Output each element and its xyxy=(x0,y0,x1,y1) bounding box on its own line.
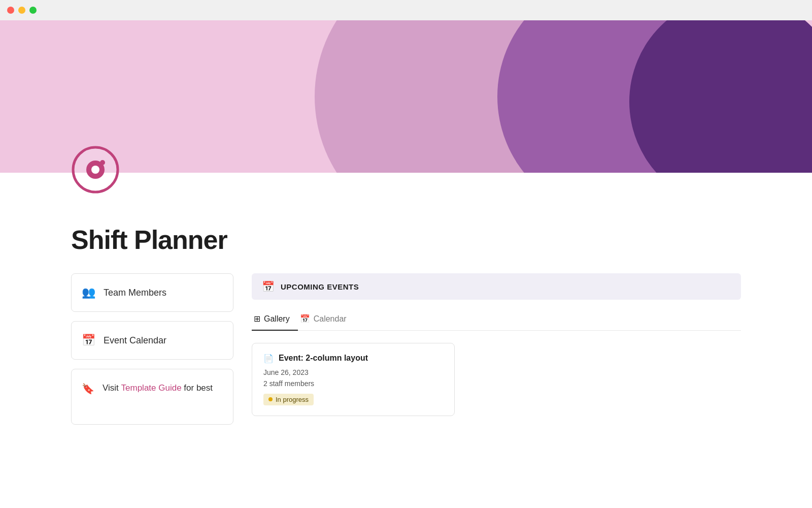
main-content: Shift Planner 👥 Team Members 📅 Event Cal… xyxy=(0,196,812,455)
maximize-button[interactable] xyxy=(29,7,37,14)
upcoming-events-header: 📅 UPCOMING EVENTS xyxy=(252,273,741,300)
page-title: Shift Planner xyxy=(71,225,741,255)
page-icon xyxy=(71,145,120,194)
guide-card-text: Visit Template Guide for best xyxy=(103,382,213,395)
tab-calendar[interactable]: 📅 Calendar xyxy=(298,310,355,331)
titlebar xyxy=(0,0,812,20)
close-button[interactable] xyxy=(7,7,14,14)
page-icon-area xyxy=(71,145,120,196)
event-card[interactable]: 📄 Event: 2-column layout June 26, 2023 2… xyxy=(252,343,455,416)
gallery-tab-label: Gallery xyxy=(264,314,290,324)
bookmark-icon: 🔖 xyxy=(82,383,94,395)
upcoming-events-title: UPCOMING EVENTS xyxy=(281,282,359,291)
svg-point-4 xyxy=(100,160,105,165)
gallery-tab-icon: ⊞ xyxy=(254,314,260,324)
event-calendar-label: Event Calendar xyxy=(104,335,166,346)
left-column: 👥 Team Members 📅 Event Calendar 🔖 Visit … xyxy=(71,273,233,425)
event-card-title-row: 📄 Event: 2-column layout xyxy=(263,354,443,363)
calendar-tab-label: Calendar xyxy=(314,314,347,324)
event-staff: 2 staff members xyxy=(263,379,443,388)
view-tabs: ⊞ Gallery 📅 Calendar xyxy=(252,310,741,331)
team-members-icon: 👥 xyxy=(82,286,95,299)
team-members-card[interactable]: 👥 Team Members xyxy=(71,273,233,312)
team-members-label: Team Members xyxy=(104,288,166,298)
event-calendar-icon: 📅 xyxy=(82,334,95,347)
upcoming-events-icon: 📅 xyxy=(262,280,275,293)
guide-text-prefix: Visit xyxy=(103,383,121,393)
template-guide-card[interactable]: 🔖 Visit Template Guide for best xyxy=(71,369,233,425)
event-date: June 26, 2023 xyxy=(263,368,443,376)
minimize-button[interactable] xyxy=(18,7,25,14)
status-label: In progress xyxy=(276,396,309,403)
status-dot xyxy=(268,397,273,401)
tab-gallery[interactable]: ⊞ Gallery xyxy=(252,310,298,331)
two-column-layout: 👥 Team Members 📅 Event Calendar 🔖 Visit … xyxy=(71,273,741,425)
calendar-tab-icon: 📅 xyxy=(300,314,310,324)
guide-text-suffix: for best xyxy=(182,383,213,393)
template-guide-link[interactable]: Template Guide xyxy=(121,383,182,393)
event-card-doc-icon: 📄 xyxy=(263,354,274,363)
banner-circle-3 xyxy=(629,20,812,173)
status-badge: In progress xyxy=(263,394,314,405)
banner-header xyxy=(0,20,812,173)
event-calendar-card[interactable]: 📅 Event Calendar xyxy=(71,321,233,360)
event-card-title: Event: 2-column layout xyxy=(279,354,368,363)
svg-point-3 xyxy=(91,166,99,174)
right-column: 📅 UPCOMING EVENTS ⊞ Gallery 📅 Calendar 📄 xyxy=(252,273,741,416)
